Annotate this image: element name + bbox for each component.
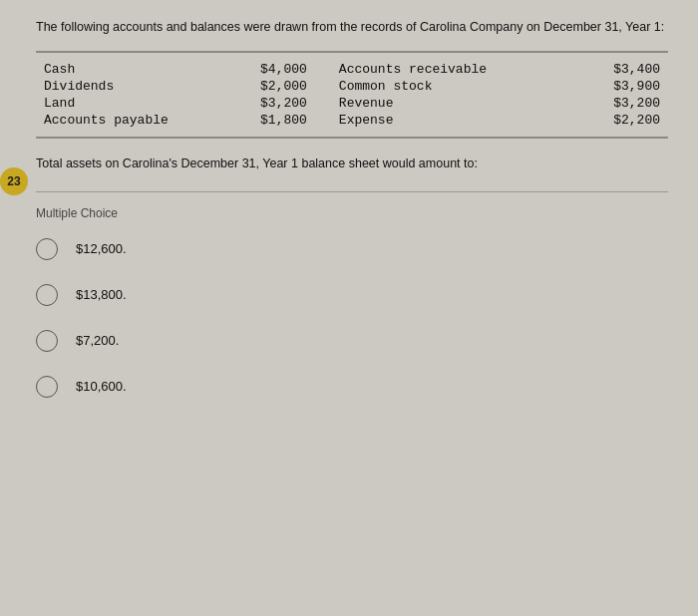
account-amount-r2: $3,900	[555, 78, 668, 95]
options-list: $12,600. $13,800. $7,200. $10,600.	[36, 238, 668, 398]
radio-inner-4	[42, 382, 52, 392]
accounts-table: Cash $4,000 Accounts receivable $3,400 D…	[36, 61, 668, 129]
account-amount-3: $3,200	[218, 95, 331, 112]
account-amount-r4: $2,200	[555, 112, 668, 129]
table-row: Dividends $2,000 Common stock $3,900	[36, 78, 668, 95]
account-amount-r3: $3,200	[555, 95, 668, 112]
radio-option-2[interactable]	[36, 284, 58, 306]
radio-option-1[interactable]	[36, 238, 58, 260]
radio-inner-1	[42, 244, 52, 254]
table-row: Cash $4,000 Accounts receivable $3,400	[36, 61, 668, 78]
account-name-4: Accounts payable	[36, 112, 218, 129]
radio-option-3[interactable]	[36, 330, 58, 352]
account-amount-4: $1,800	[218, 112, 331, 129]
account-name-r1: Accounts receivable	[331, 61, 555, 78]
account-name-3: Land	[36, 95, 218, 112]
account-amount-r1: $3,400	[555, 61, 668, 78]
total-question-text: Total assets on Carolina's December 31, …	[36, 154, 668, 173]
account-name-1: Cash	[36, 61, 218, 78]
question-text: The following accounts and balances were…	[36, 18, 668, 37]
list-item: $12,600.	[36, 238, 668, 260]
question-number: 23	[0, 167, 28, 195]
radio-inner-3	[42, 336, 52, 346]
account-name-r3: Revenue	[331, 95, 555, 112]
list-item: $10,600.	[36, 376, 668, 398]
radio-option-4[interactable]	[36, 376, 58, 398]
account-name-2: Dividends	[36, 78, 218, 95]
main-container: 23 The following accounts and balances w…	[0, 0, 698, 616]
multiple-choice-label: Multiple Choice	[36, 206, 668, 220]
account-amount-2: $2,000	[218, 78, 331, 95]
accounts-table-wrapper: Cash $4,000 Accounts receivable $3,400 D…	[36, 51, 668, 139]
list-item: $13,800.	[36, 284, 668, 306]
option-label-2: $13,800.	[76, 287, 127, 302]
list-item: $7,200.	[36, 330, 668, 352]
account-name-r4: Expense	[331, 112, 555, 129]
option-label-4: $10,600.	[76, 379, 127, 394]
account-name-r2: Common stock	[331, 78, 555, 95]
option-label-1: $12,600.	[76, 241, 127, 256]
radio-inner-2	[42, 290, 52, 300]
table-row: Land $3,200 Revenue $3,200	[36, 95, 668, 112]
table-row: Accounts payable $1,800 Expense $2,200	[36, 112, 668, 129]
divider	[36, 191, 668, 192]
option-label-3: $7,200.	[76, 333, 119, 348]
account-amount-1: $4,000	[218, 61, 331, 78]
